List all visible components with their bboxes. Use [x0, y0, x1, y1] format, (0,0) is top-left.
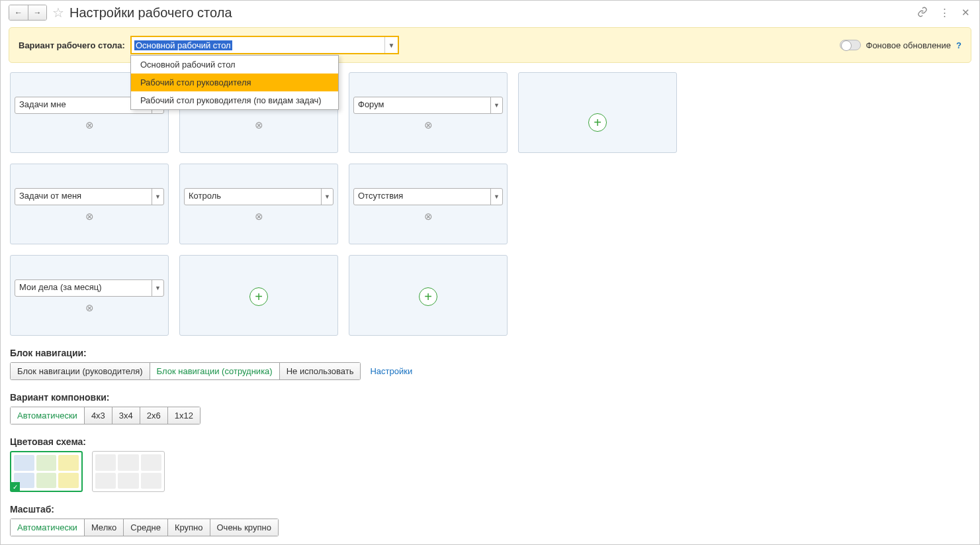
widget-cell: Котроль ▼ ⊗: [179, 164, 338, 244]
nav-block-option-1[interactable]: Блок навигации (сотрудника): [150, 362, 280, 380]
widget-combo-value: Задачи от меня: [15, 189, 152, 205]
scale-option-0[interactable]: Автоматически: [10, 519, 85, 536]
widget-combo[interactable]: Форум ▼: [353, 97, 503, 114]
widget-combo-value: Форум: [354, 97, 490, 113]
nav-block-label: Блок навигации:: [10, 348, 970, 358]
widget-combo-value: Мои дела (за месяц): [15, 280, 152, 296]
page-title: Настройки рабочего стола: [69, 5, 232, 21]
bg-refresh-label: Фоновое обновление: [866, 40, 952, 50]
scale-option-2[interactable]: Средне: [124, 519, 168, 536]
widget-cell: +: [518, 72, 677, 153]
widget-combo-dropdown-button[interactable]: ▼: [321, 189, 333, 205]
widget-cell: +: [349, 255, 508, 336]
variant-label: Вариант рабочего стола:: [19, 40, 125, 50]
nav-buttons: ← →: [9, 5, 47, 21]
layout-variant-option-1[interactable]: 4х3: [85, 407, 112, 424]
scale-option-1[interactable]: Мелко: [85, 519, 124, 536]
nav-block-segment: Блок навигации (руководителя) Блок навиг…: [10, 362, 361, 380]
color-scheme-label: Цветовая схема:: [10, 436, 970, 447]
variant-option-0[interactable]: Основной рабочий стол: [131, 56, 338, 74]
variant-combo-input[interactable]: Основной рабочий стол: [132, 37, 384, 53]
scale-segment: Автоматически Мелко Средне Крупно Очень …: [10, 519, 279, 536]
layout-variant-option-4[interactable]: 1х12: [168, 407, 200, 424]
variant-option-1[interactable]: Рабочий стол руководителя: [131, 74, 338, 91]
bg-refresh-toggle[interactable]: [840, 40, 861, 50]
widget-add-button[interactable]: +: [419, 287, 437, 306]
scale-label: Масштаб:: [10, 504, 970, 515]
layout-variant-label: Вариант компоновки:: [10, 392, 970, 403]
widget-add-button[interactable]: +: [588, 113, 607, 132]
color-scheme-option-1[interactable]: [92, 451, 165, 492]
more-icon[interactable]: ⋮: [938, 5, 951, 20]
widget-remove-icon[interactable]: ⊗: [184, 211, 334, 223]
widget-combo[interactable]: Отсутствия ▼: [353, 188, 503, 205]
widget-combo-value: Отсутствия: [354, 189, 490, 205]
widget-combo-value: Котроль: [185, 189, 321, 205]
link-icon[interactable]: [916, 5, 929, 21]
color-scheme-list: ✓: [10, 451, 970, 492]
forward-button[interactable]: →: [28, 5, 46, 20]
close-icon[interactable]: ✕: [960, 5, 971, 20]
widget-cell: Форум ▼ ⊗: [349, 72, 508, 153]
widget-cell: Мои дела (за месяц) ▼ ⊗: [10, 255, 169, 336]
nav-block-option-2[interactable]: Не использовать: [280, 362, 361, 380]
back-button[interactable]: ←: [9, 5, 28, 20]
nav-block-option-0[interactable]: Блок навигации (руководителя): [10, 362, 150, 380]
layout-variant-option-3[interactable]: 2х6: [140, 407, 168, 424]
variant-dropdown: Основной рабочий стол Рабочий стол руков…: [130, 55, 339, 110]
variant-combo-value: Основной рабочий стол: [134, 40, 232, 50]
color-scheme-option-0[interactable]: ✓: [10, 451, 83, 492]
variant-combo-dropdown-button[interactable]: ▼: [384, 37, 398, 53]
bg-refresh-hint-icon[interactable]: ?: [956, 40, 961, 50]
scale-option-3[interactable]: Крупно: [168, 519, 210, 536]
variant-option-2[interactable]: Рабочий стол руководителя (по видам зада…: [131, 91, 338, 109]
widget-combo-dropdown-button[interactable]: ▼: [152, 280, 163, 296]
widget-cell: Задачи от меня ▼ ⊗: [10, 164, 169, 244]
title-bar: ← → ☆ Настройки рабочего стола ⋮ ✕: [1, 1, 979, 25]
widget-combo-dropdown-button[interactable]: ▼: [490, 189, 502, 205]
widget-combo[interactable]: Мои дела (за месяц) ▼: [15, 279, 164, 297]
widget-cell: Отсутствия ▼ ⊗: [349, 164, 508, 244]
favorite-star-icon[interactable]: ☆: [52, 6, 64, 19]
widget-combo-dropdown-button[interactable]: ▼: [152, 189, 163, 205]
check-icon: ✓: [11, 482, 20, 491]
widget-remove-icon[interactable]: ⊗: [15, 302, 164, 314]
variant-bar: Вариант рабочего стола: Основной рабочий…: [9, 27, 971, 63]
widget-remove-icon[interactable]: ⊗: [15, 119, 164, 131]
scale-option-4[interactable]: Очень крупно: [210, 519, 279, 536]
widget-add-button[interactable]: +: [249, 287, 268, 306]
widget-remove-icon[interactable]: ⊗: [184, 119, 334, 131]
nav-block-settings-link[interactable]: Настройки: [370, 366, 412, 376]
widget-remove-icon[interactable]: ⊗: [353, 119, 503, 131]
layout-variant-option-0[interactable]: Автоматически: [10, 407, 85, 424]
widget-combo-dropdown-button[interactable]: ▼: [490, 97, 502, 113]
widget-grid: Задачи мне ▼ ⊗ ⊗ Форум ▼ ⊗ +: [10, 72, 970, 336]
layout-variant-segment: Автоматически 4х3 3х4 2х6 1х12: [10, 407, 200, 424]
widget-remove-icon[interactable]: ⊗: [15, 211, 164, 223]
widget-combo[interactable]: Задачи от меня ▼: [15, 188, 164, 205]
widget-cell: +: [179, 255, 338, 336]
layout-variant-option-2[interactable]: 3х4: [112, 407, 140, 424]
widget-combo[interactable]: Котроль ▼: [184, 188, 334, 205]
variant-combo[interactable]: Основной рабочий стол ▼: [130, 36, 399, 54]
widget-remove-icon[interactable]: ⊗: [353, 211, 503, 223]
